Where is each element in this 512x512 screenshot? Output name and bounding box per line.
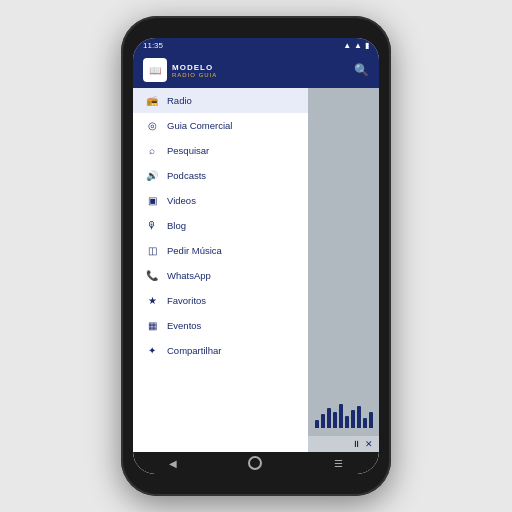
menu-item-compartilhar[interactable]: ✦Compartilhar <box>133 338 308 363</box>
eventos-label: Eventos <box>167 320 201 331</box>
compartilhar-icon: ✦ <box>145 345 159 356</box>
phone-screen: 11:35 ▲ ▲ ▮ 📖 MODELO RADIO GUIA 🔍 <box>133 38 379 474</box>
logo-icon: 📖 <box>143 58 167 82</box>
wifi-icon: ▲ <box>354 41 362 50</box>
eq-bar <box>339 404 343 428</box>
player-controls: ⏸ ✕ <box>308 436 379 452</box>
eq-bar <box>357 406 361 428</box>
app-header: 📖 MODELO RADIO GUIA 🔍 <box>133 52 379 88</box>
bottom-nav: ◀ ☰ <box>133 452 379 474</box>
podcasts-icon: 🔊 <box>145 170 159 181</box>
logo-text: MODELO RADIO GUIA <box>172 63 217 78</box>
menu-item-videos[interactable]: ▣Videos <box>133 188 308 213</box>
battery-icon: ▮ <box>365 41 369 50</box>
right-panel: ⏸ ✕ <box>308 88 379 452</box>
favoritos-icon: ★ <box>145 295 159 306</box>
eventos-icon: ▦ <box>145 320 159 331</box>
videos-label: Videos <box>167 195 196 206</box>
close-button[interactable]: ✕ <box>365 439 373 449</box>
home-button[interactable] <box>248 456 262 470</box>
menu-item-pesquisar[interactable]: ⌕Pesquisar <box>133 138 308 163</box>
menu-item-blog[interactable]: 🎙Blog <box>133 213 308 238</box>
guia-comercial-label: Guia Comercial <box>167 120 232 131</box>
equalizer-area <box>308 386 379 436</box>
videos-icon: ▣ <box>145 195 159 206</box>
eq-bar <box>351 410 355 428</box>
status-time: 11:35 <box>143 41 163 50</box>
favoritos-label: Favoritos <box>167 295 206 306</box>
eq-bar <box>333 412 337 428</box>
pesquisar-label: Pesquisar <box>167 145 209 156</box>
menu-item-podcasts[interactable]: 🔊Podcasts <box>133 163 308 188</box>
menu-item-radio[interactable]: 📻Radio <box>133 88 308 113</box>
signal-icon: ▲ <box>343 41 351 50</box>
back-button[interactable]: ◀ <box>169 458 177 469</box>
menu-item-guia-comercial[interactable]: ◎Guia Comercial <box>133 113 308 138</box>
pause-button[interactable]: ⏸ <box>352 439 361 449</box>
status-bar: 11:35 ▲ ▲ ▮ <box>133 38 379 52</box>
menu-button[interactable]: ☰ <box>334 458 343 469</box>
status-icons: ▲ ▲ ▮ <box>343 41 369 50</box>
whatsapp-label: WhatsApp <box>167 270 211 281</box>
menu-item-eventos[interactable]: ▦Eventos <box>133 313 308 338</box>
blog-label: Blog <box>167 220 186 231</box>
eq-bar <box>345 416 349 428</box>
main-area: 📻Radio◎Guia Comercial⌕Pesquisar🔊Podcasts… <box>133 88 379 452</box>
menu-item-pedir-musica[interactable]: ◫Pedir Música <box>133 238 308 263</box>
eq-bar <box>321 414 325 428</box>
whatsapp-icon: 📞 <box>145 270 159 281</box>
pesquisar-icon: ⌕ <box>145 145 159 156</box>
menu-item-whatsapp[interactable]: 📞WhatsApp <box>133 263 308 288</box>
logo-subtitle: RADIO GUIA <box>172 72 217 78</box>
menu-item-favoritos[interactable]: ★Favoritos <box>133 288 308 313</box>
drawer-menu: 📻Radio◎Guia Comercial⌕Pesquisar🔊Podcasts… <box>133 88 308 452</box>
logo-area: 📖 MODELO RADIO GUIA <box>143 58 217 82</box>
eq-bar <box>369 412 373 428</box>
logo-title: MODELO <box>172 63 217 72</box>
eq-bar <box>363 418 367 428</box>
eq-bar <box>327 408 331 428</box>
eq-bar <box>315 420 319 428</box>
guia-comercial-icon: ◎ <box>145 120 159 131</box>
radio-label: Radio <box>167 95 192 106</box>
podcasts-label: Podcasts <box>167 170 206 181</box>
radio-icon: 📻 <box>145 95 159 106</box>
pedir-musica-label: Pedir Música <box>167 245 222 256</box>
compartilhar-label: Compartilhar <box>167 345 221 356</box>
blog-icon: 🎙 <box>145 220 159 231</box>
search-icon[interactable]: 🔍 <box>354 63 369 77</box>
phone-wrapper: 11:35 ▲ ▲ ▮ 📖 MODELO RADIO GUIA 🔍 <box>121 16 391 496</box>
pedir-musica-icon: ◫ <box>145 245 159 256</box>
